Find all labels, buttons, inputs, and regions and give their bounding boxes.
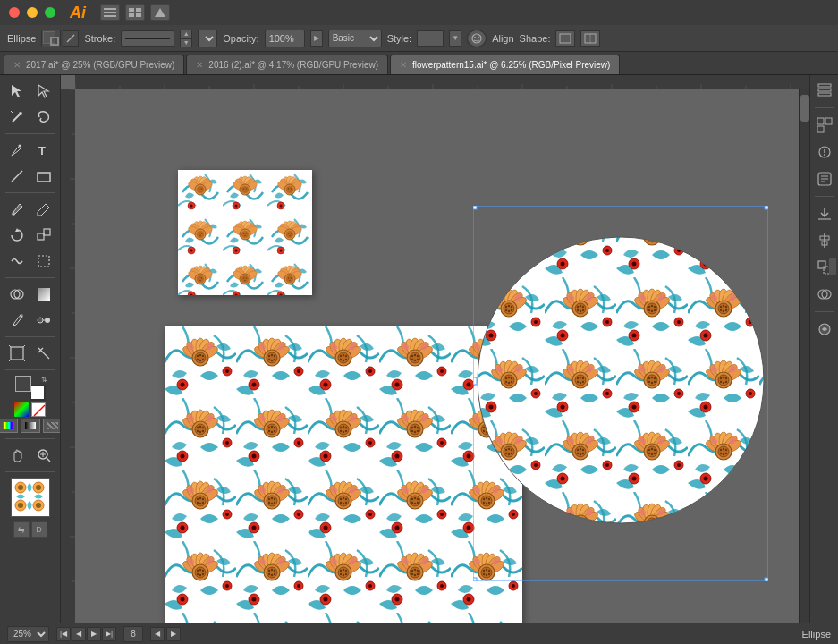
extra-tool-buttons: ⇆ D: [2, 520, 58, 539]
divider-6: [5, 438, 55, 439]
svg-rect-20: [38, 173, 50, 182]
pathfinder-panel-btn[interactable]: [813, 283, 836, 306]
tab-2017[interactable]: ✕ 2017.ai* @ 25% (RGB/GPU Preview): [4, 55, 184, 74]
blend-mode-select[interactable]: Basic: [328, 30, 382, 47]
scale-tool[interactable]: [31, 223, 56, 248]
menu-icon-2[interactable]: [125, 4, 145, 21]
left-toolbar: T: [0, 75, 61, 623]
magic-wand-tool[interactable]: [4, 105, 30, 130]
layers-panel-btn[interactable]: [813, 79, 836, 102]
opacity-expand[interactable]: ▶: [310, 30, 323, 47]
svg-rect-11: [560, 34, 571, 43]
paintbrush-tool[interactable]: [4, 197, 30, 222]
svg-rect-155: [818, 84, 831, 87]
align-panel-btn[interactable]: [813, 229, 836, 252]
symbols-panel-btn[interactable]: [813, 318, 836, 341]
right-divider-3: [815, 311, 834, 312]
sample-thumbnail[interactable]: [11, 478, 50, 517]
nav-first[interactable]: |◀: [56, 627, 71, 641]
divider-5: [5, 369, 55, 370]
statusbar: 25% |◀ ◀ ▶ ▶| 8 ◀ ▶ Ellipse: [0, 623, 838, 644]
scrollbar-right[interactable]: [799, 89, 809, 623]
tab-label-flowerpattern: flowerpattern15.ai* @ 6.25% (RGB/Pixel P…: [412, 60, 610, 70]
maximize-button[interactable]: [45, 7, 55, 18]
minimize-button[interactable]: [27, 7, 38, 18]
warp-tools-row: [2, 249, 58, 274]
color-swatch-group[interactable]: ⇅: [13, 376, 47, 401]
pattern-btn[interactable]: [43, 419, 62, 433]
pen-tool[interactable]: [4, 138, 30, 163]
svg-rect-100: [178, 170, 312, 295]
opacity-input[interactable]: 100%: [265, 30, 305, 47]
artboards-panel-btn[interactable]: [813, 114, 836, 137]
style-swatch[interactable]: [417, 30, 444, 47]
direct-selection-tool[interactable]: [31, 79, 56, 104]
color-mode-btn[interactable]: [14, 402, 29, 417]
pencil-tool[interactable]: [31, 197, 56, 222]
none-mode-btn[interactable]: [31, 402, 46, 417]
status-nav-prev[interactable]: ◀: [150, 627, 165, 641]
properties-panel-btn[interactable]: [813, 140, 836, 164]
stroke-gradient-btn[interactable]: [21, 419, 40, 433]
blend-tool[interactable]: [31, 308, 56, 333]
shape-icon[interactable]: [555, 30, 575, 47]
nav-next[interactable]: ▶: [87, 627, 101, 641]
right-panel-scroll[interactable]: [829, 258, 836, 275]
stroke-label: Stroke:: [84, 33, 115, 44]
artboard-large: [165, 326, 522, 623]
tab-flowerpattern[interactable]: ✕ flowerpattern15.ai* @ 6.25% (RGB/Pixel…: [390, 55, 620, 74]
stroke-stepper[interactable]: ▲ ▼: [180, 30, 192, 47]
eyedropper-tool[interactable]: [4, 308, 30, 333]
type-tool[interactable]: T: [31, 138, 56, 163]
magic-wand-row: [2, 105, 58, 130]
svg-rect-172: [818, 261, 825, 268]
tab-close-flowerpattern[interactable]: ✕: [400, 60, 407, 70]
menu-icon-3[interactable]: [150, 4, 170, 21]
nav-controls: |◀ ◀ ▶ ▶|: [56, 627, 116, 641]
artboard-number-input[interactable]: 8: [123, 626, 143, 642]
hand-tool[interactable]: [4, 443, 30, 468]
svg-line-14: [13, 114, 20, 122]
svg-point-9: [474, 37, 476, 38]
tab-close-2016[interactable]: ✕: [196, 60, 203, 70]
slice-tool[interactable]: [31, 341, 56, 366]
cc-libraries-btn[interactable]: [813, 167, 836, 191]
rotate-tool[interactable]: [4, 223, 30, 248]
svg-rect-29: [38, 288, 50, 301]
default-colors-btn[interactable]: D: [31, 521, 47, 538]
style-expand[interactable]: ▼: [449, 30, 461, 47]
rect-tool[interactable]: [31, 164, 56, 189]
free-transform-tool[interactable]: [31, 249, 56, 274]
shape-builder-tool[interactable]: [4, 282, 30, 307]
canvas-content: [75, 89, 809, 623]
appearance-icon[interactable]: [467, 30, 487, 47]
selection-tool[interactable]: [4, 79, 30, 104]
lasso-tool[interactable]: [31, 105, 56, 130]
svg-point-21: [12, 212, 15, 216]
svg-rect-6: [136, 13, 141, 17]
zoom-tool[interactable]: [31, 443, 56, 468]
stroke-toggle[interactable]: [63, 30, 79, 47]
line-tool[interactable]: [4, 164, 30, 189]
nav-prev[interactable]: ◀: [72, 627, 86, 641]
svg-rect-3: [129, 8, 134, 12]
tab-2016[interactable]: ✕ 2016 (2).ai* @ 4.17% (RGB/GPU Preview): [186, 55, 388, 74]
status-nav-next[interactable]: ▶: [166, 627, 181, 641]
shape-icon-2[interactable]: [580, 30, 600, 47]
warp-tool[interactable]: [4, 249, 30, 274]
fill-swatch[interactable]: [41, 30, 61, 47]
fill-color-btn[interactable]: [0, 419, 18, 433]
swap-colors-btn[interactable]: ⇆: [13, 521, 30, 538]
close-button[interactable]: [9, 7, 20, 18]
stroke-type-select[interactable]: [198, 30, 217, 47]
nav-last[interactable]: ▶|: [102, 627, 116, 641]
canvas-area[interactable]: [61, 75, 809, 623]
zoom-select[interactable]: 25%: [7, 626, 49, 642]
menu-icon-1[interactable]: [100, 4, 120, 21]
svg-rect-147: [473, 206, 768, 581]
tab-close-2017[interactable]: ✕: [13, 60, 21, 70]
style-label: Style:: [387, 33, 412, 44]
gradient-tool[interactable]: [31, 282, 56, 307]
asset-export-btn[interactable]: [813, 202, 836, 225]
artboard-tool[interactable]: [4, 341, 30, 366]
